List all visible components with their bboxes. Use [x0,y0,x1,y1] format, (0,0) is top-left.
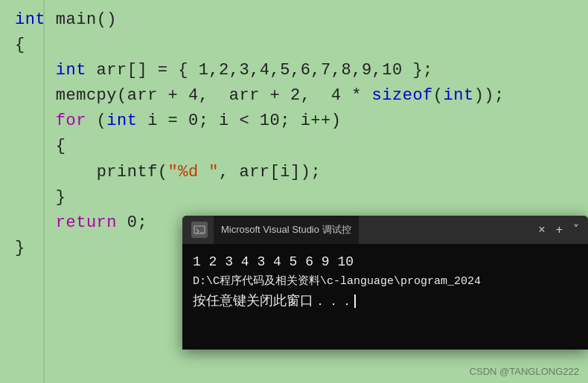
terminal-chevron-button[interactable]: ˅ [573,224,579,236]
terminal-tabs: Microsoft Visual Studio 调试控 [214,216,359,244]
code-line-4: memcpy(arr + 4, arr + 2, 4 * sizeof(int)… [15,83,573,109]
terminal-titlebar: Microsoft Visual Studio 调试控 × + ˅ [182,216,588,244]
terminal-add-button[interactable]: + [556,224,563,236]
terminal-output-3: 按任意键关闭此窗口．．． [193,291,578,312]
code-line-7: printf("%d ", arr[i]); [15,160,573,185]
terminal-title: Microsoft Visual Studio 调试控 [221,223,351,236]
terminal-window: Microsoft Visual Studio 调试控 × + ˅ 1 2 3 … [182,216,588,350]
code-line-5: for (int i = 0; i < 10; i++) [15,109,573,134]
code-line-3: int arr[] = { 1,2,3,4,5,6,7,8,9,10 }; [15,58,573,83]
terminal-controls: × + ˅ [538,224,579,236]
terminal-cursor [354,295,356,308]
terminal-content: 1 2 3 4 3 4 5 6 9 10 D:\C程序代码及相关资料\c-lan… [182,244,588,350]
keyword-int: int [15,10,45,29]
terminal-app-icon [191,222,208,238]
terminal-output-2: D:\C程序代码及相关资料\c-language\program_2024 [193,273,578,291]
terminal-close-button[interactable]: × [538,224,545,236]
gutter-line [43,0,45,383]
terminal-output-1: 1 2 3 4 3 4 5 6 9 10 [193,251,578,273]
code-line-8: } [15,185,573,210]
code-line-6: { [15,134,573,159]
terminal-tab-active: Microsoft Visual Studio 调试控 [214,216,359,244]
watermark: CSDN @TANGLONG222 [470,366,579,377]
code-line-2: { [15,33,573,58]
code-line-1: int main() [15,7,573,33]
